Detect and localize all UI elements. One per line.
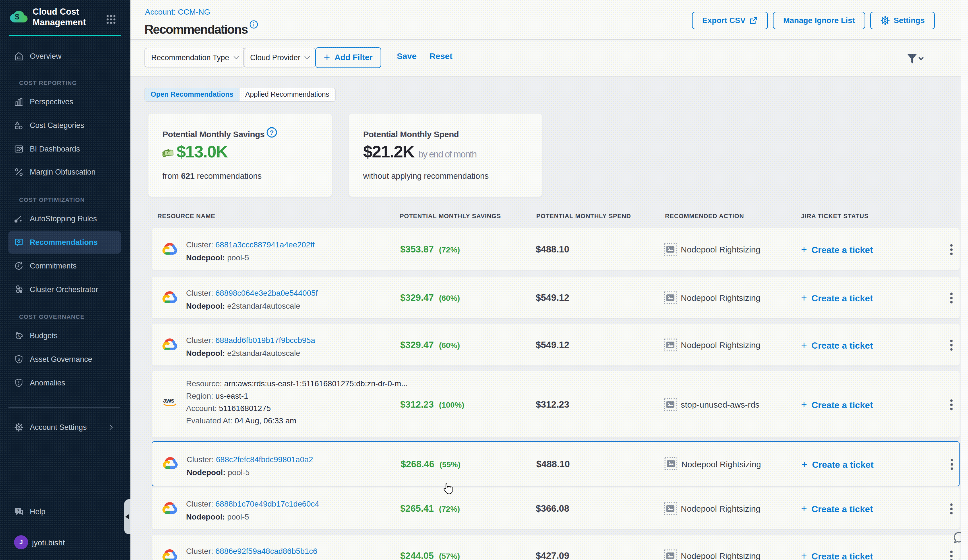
svg-text:$: $ <box>18 357 20 361</box>
svg-text:$: $ <box>18 334 20 338</box>
svg-text:?: ? <box>270 129 273 136</box>
svg-text:?: ? <box>17 509 19 513</box>
svg-text:$: $ <box>15 12 19 21</box>
svg-text:aws: aws <box>163 397 174 404</box>
